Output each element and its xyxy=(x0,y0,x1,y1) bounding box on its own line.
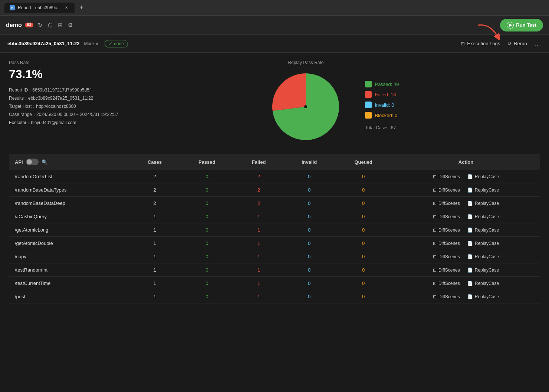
cases-cell: 1 xyxy=(130,263,180,277)
diff-scenes-button[interactable]: ⊡ DiffScenes xyxy=(433,174,460,179)
execution-logs-button[interactable]: ⊡ Execution Logs xyxy=(461,41,500,46)
more-options-button[interactable]: ... xyxy=(535,40,542,47)
grid-icon[interactable]: ⊞ xyxy=(58,22,63,29)
failed-cell: 2 xyxy=(234,197,283,210)
replay-case-icon: 📄 xyxy=(467,187,473,193)
api-table: API 🔍 Cases Passed Failed Invalid Queued… xyxy=(9,154,540,303)
more-button[interactable]: More ∨ xyxy=(84,41,99,46)
api-cell: /randomOrderList xyxy=(9,170,130,183)
replay-case-button[interactable]: 📄 ReplayCase xyxy=(467,174,499,179)
pie-chart xyxy=(269,70,343,144)
col-action: Action xyxy=(392,154,540,170)
diff-scenes-icon: ⊡ xyxy=(433,254,437,259)
failed-label: Failed: 18 xyxy=(375,92,396,97)
replay-case-button[interactable]: 📄 ReplayCase xyxy=(467,294,499,299)
exec-logs-label: Execution Logs xyxy=(467,41,500,46)
cases-cell: 1 xyxy=(130,290,180,303)
diff-scenes-button[interactable]: ⊡ DiffScenes xyxy=(433,214,460,219)
diff-scenes-icon: ⊡ xyxy=(433,268,437,273)
invalid-cell: 0 xyxy=(283,223,335,237)
pass-rate-value: 73.1% xyxy=(9,67,128,81)
diff-scenes-button[interactable]: ⊡ DiffScenes xyxy=(433,268,460,273)
col-queued: Queued xyxy=(335,154,392,170)
col-invalid: Invalid xyxy=(283,154,335,170)
replay-case-icon: 📄 xyxy=(467,214,473,219)
replay-case-icon: 📄 xyxy=(467,254,473,259)
pie-wrapper: Replay Pass Rate xyxy=(269,60,343,144)
diff-scenes-label: DiffScenes xyxy=(438,227,460,233)
report-tab[interactable]: R Report - ebbc3b89c... ✕ xyxy=(4,3,75,13)
action-cell: ⊡ DiffScenes 📄 ReplayCase xyxy=(392,290,540,303)
failed-cell: 1 xyxy=(234,263,283,277)
replay-case-button[interactable]: 📄 ReplayCase xyxy=(467,241,499,246)
diff-scenes-button[interactable]: ⊡ DiffScenes xyxy=(433,281,460,286)
api-cell: /post xyxy=(9,290,130,303)
diff-scenes-label: DiffScenes xyxy=(438,241,460,246)
replay-case-button[interactable]: 📄 ReplayCase xyxy=(467,187,499,193)
run-test-button[interactable]: Run Test xyxy=(500,19,543,31)
queued-cell: 0 xyxy=(335,210,392,223)
replay-case-button[interactable]: 📄 ReplayCase xyxy=(467,268,499,273)
api-cell: /getAtomicLong xyxy=(9,223,130,237)
tab-close-button[interactable]: ✕ xyxy=(63,5,69,11)
diff-scenes-button[interactable]: ⊡ DiffScenes xyxy=(433,294,460,299)
replay-case-label: ReplayCase xyxy=(475,281,499,286)
diff-scenes-label: DiffScenes xyxy=(438,187,460,193)
diff-scenes-button[interactable]: ⊡ DiffScenes xyxy=(433,187,460,193)
replay-case-icon: 📄 xyxy=(467,174,473,179)
settings-icon[interactable]: ⚙ xyxy=(68,22,73,29)
queued-cell: 0 xyxy=(335,237,392,250)
cases-cell: 1 xyxy=(130,223,180,237)
queued-cell: 0 xyxy=(335,263,392,277)
status-badge: done xyxy=(105,40,128,47)
action-cell: ⊡ DiffScenes 📄 ReplayCase xyxy=(392,223,540,237)
passed-cell: 0 xyxy=(180,183,234,197)
table-row: /getAtomicLong 1 0 1 0 0 ⊡ DiffScenes 📄 … xyxy=(9,223,540,237)
api-col-label: API xyxy=(15,159,23,165)
passed-cell: 0 xyxy=(180,250,234,263)
status-label: done xyxy=(114,41,124,46)
invalid-cell: 0 xyxy=(283,237,335,250)
diff-scenes-button[interactable]: ⊡ DiffScenes xyxy=(433,254,460,259)
invalid-cell: 0 xyxy=(283,197,335,210)
replay-case-button[interactable]: 📄 ReplayCase xyxy=(467,281,499,286)
diff-scenes-button[interactable]: ⊡ DiffScenes xyxy=(433,201,460,206)
action-cell: ⊡ DiffScenes 📄 ReplayCase xyxy=(392,197,540,210)
rerun-button[interactable]: ↺ Rerun xyxy=(507,41,527,46)
queued-cell: 0 xyxy=(335,223,392,237)
table-row: /randomOrderList 2 0 2 0 0 ⊡ DiffScenes … xyxy=(9,170,540,183)
passed-cell: 0 xyxy=(180,263,234,277)
queued-cell: 0 xyxy=(335,183,392,197)
replay-case-button[interactable]: 📄 ReplayCase xyxy=(467,201,499,206)
refresh-icon[interactable]: ↻ xyxy=(38,22,43,29)
api-search-icon[interactable]: 🔍 xyxy=(42,159,47,165)
api-toggle[interactable] xyxy=(26,159,39,165)
replay-case-icon: 📄 xyxy=(467,294,473,299)
passed-cell: 0 xyxy=(180,170,234,183)
cases-cell: 1 xyxy=(130,237,180,250)
replay-case-icon: 📄 xyxy=(467,241,473,246)
diff-scenes-button[interactable]: ⊡ DiffScenes xyxy=(433,227,460,233)
new-tab-button[interactable]: + xyxy=(76,3,86,13)
notification-badge: 83 xyxy=(25,23,33,27)
passed-cell: 0 xyxy=(180,277,234,290)
diff-scenes-button[interactable]: ⊡ DiffScenes xyxy=(433,241,460,246)
cases-cell: 1 xyxy=(130,210,180,223)
api-cell: /randomBaseDataTypes xyxy=(9,183,130,197)
action-cell: ⊡ DiffScenes 📄 ReplayCase xyxy=(392,170,540,183)
replay-case-label: ReplayCase xyxy=(475,268,499,273)
passed-cell: 0 xyxy=(180,223,234,237)
replay-case-button[interactable]: 📄 ReplayCase xyxy=(467,227,499,233)
app-header: demo 83 ↻ ⬡ ⊞ ⚙ Run Test xyxy=(0,16,549,35)
api-table-container: API 🔍 Cases Passed Failed Invalid Queued… xyxy=(9,154,540,303)
export-icon[interactable]: ⬡ xyxy=(48,22,53,29)
replay-case-button[interactable]: 📄 ReplayCase xyxy=(467,254,499,259)
api-cell: /JCasbinQuery xyxy=(9,210,130,223)
replay-case-button[interactable]: 📄 ReplayCase xyxy=(467,214,499,219)
report-id: ebbc3b89c9247a25_0531_11:22 xyxy=(7,41,79,46)
diff-scenes-label: DiffScenes xyxy=(438,294,460,299)
diff-scenes-label: DiffScenes xyxy=(438,174,460,179)
passed-cell: 0 xyxy=(180,210,234,223)
table-row: /randomBaseDataTypes 2 0 2 0 0 ⊡ DiffSce… xyxy=(9,183,540,197)
browser-chrome: R Report - ebbc3b89c... ✕ + xyxy=(0,0,549,16)
